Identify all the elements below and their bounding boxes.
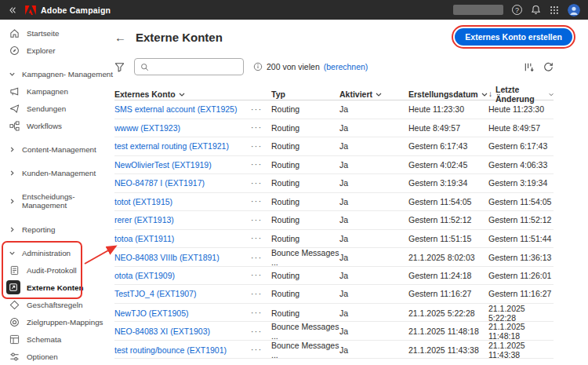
row-typ: Bounce Messages ... <box>271 248 339 267</box>
column-header-erstellungsdatum[interactable]: Erstellungsdatum <box>408 89 488 99</box>
search-input[interactable] <box>153 62 238 71</box>
table-row[interactable]: otota (EXT1909) ··· Routing Ja Gestern 1… <box>114 267 554 286</box>
row-more-actions-icon[interactable]: ··· <box>251 290 271 298</box>
sidebar-item-schemata[interactable]: Schemata <box>0 330 102 348</box>
row-more-actions-icon[interactable]: ··· <box>251 345 271 354</box>
sidebar-item-kampagnen[interactable]: Kampagnen <box>0 82 102 100</box>
row-more-actions-icon[interactable]: ··· <box>251 234 271 243</box>
info-icon <box>253 62 263 71</box>
column-header-externes-konto[interactable]: Externes Konto <box>114 89 251 99</box>
notifications-bell-icon[interactable] <box>531 5 541 15</box>
refresh-icon[interactable] <box>543 62 554 72</box>
account-link[interactable]: rerer (EXT1913) <box>114 215 174 224</box>
recalculate-link[interactable]: (berechnen) <box>324 62 368 71</box>
row-aktiviert: Ja <box>339 253 408 262</box>
row-more-actions-icon[interactable]: ··· <box>251 105 271 114</box>
table-row[interactable]: wwww (EXT1923) ··· Routing Ja Heute 8:49… <box>114 119 554 138</box>
table-row[interactable]: NewTJO (EXT1905) ··· Routing Ja 21.1.202… <box>114 304 554 323</box>
sidebar-item-workflows[interactable]: Workflows <box>0 117 102 134</box>
column-header-letzte-aenderung[interactable]: ↓ Letzte Änderung <box>488 85 554 104</box>
table-row[interactable]: totot (EXT1915) ··· Routing Ja Gestern 1… <box>114 193 554 212</box>
adobe-campaign-app: Adobe Campaign ? Startseite E <box>0 0 588 365</box>
row-more-actions-icon[interactable]: ··· <box>251 142 271 151</box>
account-link[interactable]: NewTJO (EXT1905) <box>114 308 189 318</box>
account-link[interactable]: NEO-84083 XI (EXT1903) <box>114 327 210 336</box>
sidebar-group-reporting[interactable]: Reporting <box>0 221 102 238</box>
table-row[interactable]: NEO-84787 I (EXT1917) ··· Routing Ja Ges… <box>114 174 554 193</box>
row-more-actions-icon[interactable]: ··· <box>251 179 271 188</box>
filter-funnel-icon[interactable] <box>114 62 125 72</box>
account-link[interactable]: NEO-84787 I (EXT1917) <box>114 178 205 188</box>
table-row[interactable]: NEO-84083 VIIIb (EXT1891) ··· Bounce Mes… <box>114 248 554 267</box>
sidebar-item-externe-konten[interactable]: Externe Konten <box>0 279 102 296</box>
row-aktiviert: Ja <box>339 141 408 151</box>
column-settings-icon[interactable] <box>524 62 534 72</box>
sidebar-item-label: Audit-Protokoll <box>27 266 77 275</box>
table-row[interactable]: test routing/bounce (EXT1901) ··· Bounce… <box>114 341 554 360</box>
collapse-sidebar-icon[interactable] <box>8 5 17 15</box>
row-more-actions-icon[interactable]: ··· <box>251 160 271 169</box>
account-link[interactable]: totot (EXT1915) <box>114 197 172 206</box>
row-letzte-aenderung: Gestern 4:06:33 <box>488 160 554 170</box>
sidebar-group-entscheidungs-management[interactable]: Entscheidungs- Management <box>0 188 102 214</box>
account-link[interactable]: wwww (EXT1923) <box>114 123 180 133</box>
sidebar-item-label: Workflows <box>27 122 62 130</box>
table-row[interactable]: NEO-84083 XI (EXT1903) ··· Bounce Messag… <box>114 322 554 341</box>
create-external-account-button[interactable]: Externes Konto erstellen <box>455 28 572 46</box>
table-row[interactable]: SMS external account (EXT1925) ··· Routi… <box>114 100 554 119</box>
row-typ: Routing <box>271 123 339 133</box>
sidebar-group-kampagnen-management[interactable]: Kampagnen- Management <box>0 65 102 82</box>
account-link[interactable]: SMS external account (EXT1925) <box>114 104 237 114</box>
row-more-actions-icon[interactable]: ··· <box>251 197 271 206</box>
table-row[interactable]: NewOlivierTest (EXT1919) ··· Routing Ja … <box>114 156 554 175</box>
sidebar-item-startseite[interactable]: Startseite <box>0 24 102 42</box>
row-erstellungsdatum: 21.1.2025 11:48:18 <box>408 327 488 336</box>
row-letzte-aenderung: Gestern 11:16:27 <box>488 289 554 298</box>
account-name-cell: otota (EXT1909) <box>114 271 251 280</box>
account-link[interactable]: totoa (EXT1911) <box>114 234 174 243</box>
account-link[interactable]: NEO-84083 VIIIb (EXT1891) <box>114 253 220 262</box>
back-arrow-icon[interactable]: ← <box>114 31 126 43</box>
sidebar-group-administration[interactable]: Administration <box>0 244 102 261</box>
row-letzte-aenderung: Gestern 11:52:12 <box>488 215 554 224</box>
sidebar-group-kunden-management[interactable]: Kunden-Management <box>0 164 102 181</box>
toolbar-right <box>524 62 554 72</box>
external-accounts-table: Externes Konto Typ Aktiviert Erstellungs… <box>114 85 554 359</box>
row-more-actions-icon[interactable]: ··· <box>251 271 271 279</box>
row-more-actions-icon[interactable]: ··· <box>251 123 271 132</box>
row-letzte-aenderung: Gestern 11:51:44 <box>488 234 554 243</box>
table-row[interactable]: test external routing (EXT1921) ··· Rout… <box>114 137 554 156</box>
sidebar-item-geschaeftsregeln[interactable]: Geschäftsregeln <box>0 296 102 313</box>
row-more-actions-icon[interactable]: ··· <box>251 254 271 262</box>
table-row[interactable]: TestTJO_4 (EXT1907) ··· Routing Ja Geste… <box>114 285 554 304</box>
row-more-actions-icon[interactable]: ··· <box>251 308 271 317</box>
apps-grid-icon[interactable] <box>550 5 559 15</box>
chevron-right-icon <box>8 146 16 153</box>
row-aktiviert: Ja <box>339 215 408 224</box>
account-link[interactable]: test external routing (EXT1921) <box>114 141 229 151</box>
column-header-typ[interactable]: Typ <box>271 89 339 99</box>
sidebar-item-optionen[interactable]: Optionen <box>0 348 102 365</box>
search-box[interactable] <box>134 58 244 75</box>
account-link[interactable]: TestTJO_4 (EXT1907) <box>114 289 196 298</box>
column-header-aktiviert[interactable]: Aktiviert <box>339 89 408 99</box>
sidebar-item-sendungen[interactable]: Sendungen <box>0 100 102 117</box>
sidebar-item-explorer[interactable]: Explorer <box>0 42 102 59</box>
account-link[interactable]: otota (EXT1909) <box>114 271 175 280</box>
sidebar-item-audit-protokoll[interactable]: Audit-Protokoll <box>0 261 102 279</box>
table-row[interactable]: totoa (EXT1911) ··· Routing Ja Gestern 1… <box>114 230 554 249</box>
account-link[interactable]: NewOlivierTest (EXT1919) <box>114 160 212 170</box>
account-link[interactable]: test routing/bounce (EXT1901) <box>114 345 227 355</box>
help-icon[interactable]: ? <box>512 5 522 15</box>
account-name-cell: NEO-84083 VIIIb (EXT1891) <box>114 253 251 262</box>
table-row[interactable]: rerer (EXT1913) ··· Routing Ja Gestern 1… <box>114 211 554 230</box>
sidebar-group-content-management[interactable]: Content-Management <box>0 141 102 158</box>
column-label: Letzte Änderung <box>495 85 546 104</box>
megaphone-icon <box>8 86 20 97</box>
row-more-actions-icon[interactable]: ··· <box>251 327 271 336</box>
row-aktiviert: Ja <box>339 160 408 170</box>
row-typ: Routing <box>271 234 339 243</box>
avatar[interactable] <box>568 4 580 16</box>
sidebar-item-zielgruppen-mappings[interactable]: Zielgruppen-Mappings <box>0 313 102 330</box>
row-more-actions-icon[interactable]: ··· <box>251 216 271 224</box>
